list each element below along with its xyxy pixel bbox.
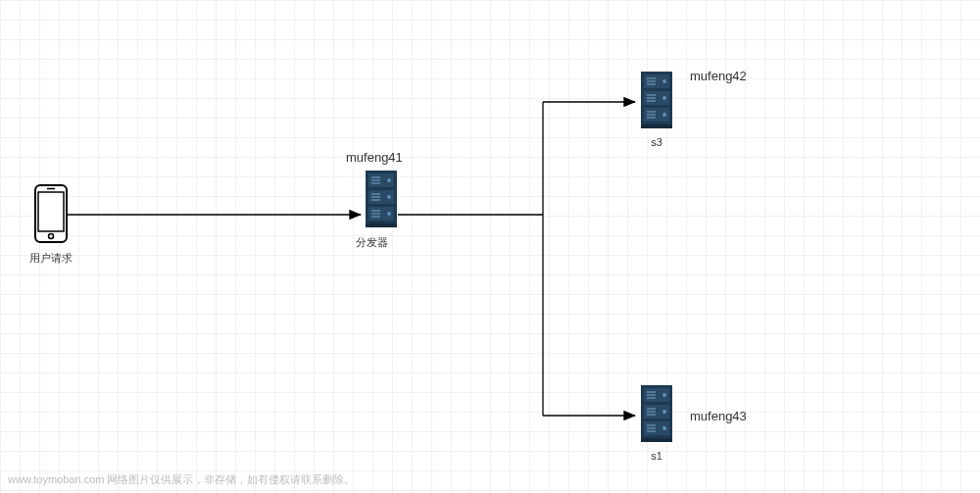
- smartphone-icon: [34, 184, 68, 243]
- server-top-node: mufeng42 s3: [641, 72, 672, 148]
- svg-point-20: [387, 212, 391, 216]
- server-bottom-title: mufeng43: [690, 409, 747, 423]
- server-top-title: mufeng42: [690, 69, 747, 83]
- client-node: 用户请求: [29, 184, 73, 266]
- client-label: 用户请求: [29, 251, 73, 266]
- server-bottom-node: mufeng43 s1: [641, 385, 672, 462]
- svg-point-19: [387, 195, 391, 199]
- svg-rect-38: [641, 124, 672, 128]
- dispatcher-caption: 分发器: [356, 235, 446, 250]
- connectors: [0, 0, 980, 493]
- watermark-text: www.toymoban.com 网络图片仅供展示，非存储，如有侵权请联系删除。: [8, 472, 355, 487]
- svg-rect-2: [38, 192, 64, 231]
- server-icon: [641, 72, 672, 128]
- svg-rect-55: [641, 438, 672, 442]
- svg-point-18: [387, 178, 391, 182]
- svg-point-36: [662, 96, 666, 100]
- server-top-caption: s3: [641, 136, 672, 148]
- server-bottom-caption: s1: [641, 450, 672, 462]
- svg-point-53: [662, 410, 666, 414]
- dispatcher-title: mufeng41: [346, 150, 446, 165]
- svg-point-37: [662, 113, 666, 117]
- server-icon: [366, 171, 397, 227]
- svg-point-54: [662, 426, 666, 430]
- svg-rect-21: [366, 223, 397, 227]
- svg-point-35: [662, 79, 666, 83]
- dispatcher-node: mufeng41 分发器: [348, 150, 446, 250]
- svg-point-52: [662, 393, 666, 397]
- server-icon: [641, 385, 672, 442]
